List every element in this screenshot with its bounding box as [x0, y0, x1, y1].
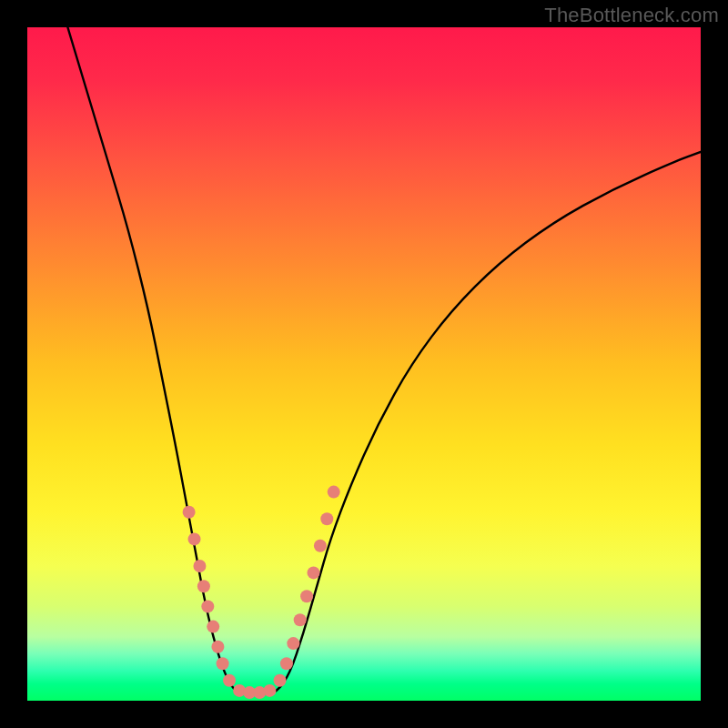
plot-area: [27, 27, 701, 701]
watermark-text: TheBottleneck.com: [544, 4, 719, 27]
chart-frame: TheBottleneck.com: [0, 0, 728, 728]
bottleneck-curve: [27, 27, 701, 701]
